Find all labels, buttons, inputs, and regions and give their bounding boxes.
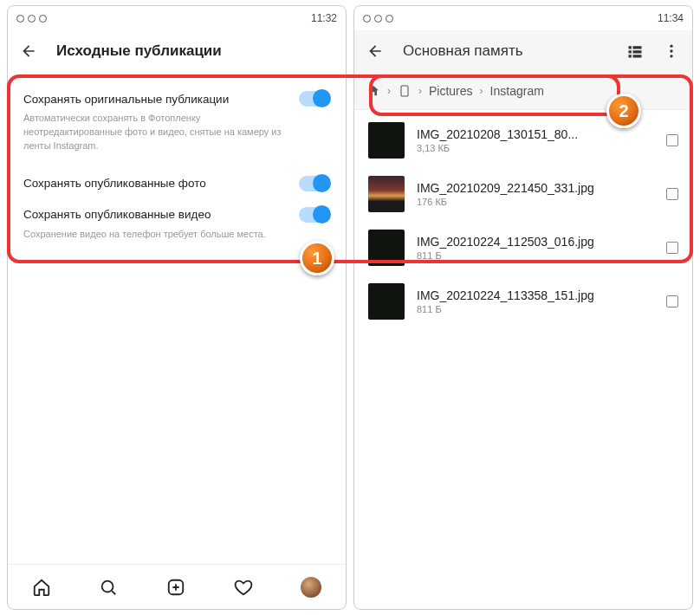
file-size: 811 Б (417, 250, 654, 261)
thumbnail (368, 176, 405, 212)
thumbnail (368, 230, 405, 266)
setting-label: Сохранять опубликованные фото (23, 177, 206, 190)
page-title: Исходные публикации (56, 42, 222, 60)
status-time: 11:32 (311, 12, 337, 24)
step-badge: 2 (606, 94, 641, 128)
status-indicators (16, 15, 47, 23)
app-bar: Исходные публикации (8, 30, 346, 72)
file-name: IMG_20210224_113358_151.jpg (417, 288, 654, 302)
back-arrow-icon[interactable] (366, 42, 384, 60)
svg-point-2 (670, 45, 672, 48)
more-vert-icon[interactable] (663, 42, 680, 60)
file-manager-screen: 11:34 Основная память › › Pictures › Ins… (353, 5, 693, 610)
status-bar: 11:34 (354, 6, 692, 30)
chevron-right-icon: › (387, 85, 391, 97)
file-row[interactable]: IMG_20210209_221450_331.jpg 176 КБ (354, 167, 692, 221)
file-name: IMG_20210208_130151_80... (417, 127, 654, 141)
setting-label: Сохранять оригинальные публикации (23, 93, 229, 106)
breadcrumb: › › Pictures › Instagram (354, 72, 692, 110)
home-icon[interactable] (366, 84, 380, 98)
setting-label: Сохранять опубликованные видео (23, 208, 211, 221)
checkbox[interactable] (666, 188, 678, 200)
app-bar: Основная память (354, 30, 692, 72)
setting-save-videos[interactable]: Сохранять опубликованные видео (23, 197, 330, 228)
toggle-on[interactable] (299, 91, 330, 107)
file-size: 176 КБ (417, 197, 654, 207)
toggle-on[interactable] (299, 207, 330, 223)
checkbox[interactable] (666, 242, 678, 254)
step-badge: 1 (300, 241, 334, 275)
checkbox[interactable] (666, 295, 678, 308)
page-title: Основная память (403, 42, 523, 60)
breadcrumb-item[interactable]: Instagram (490, 84, 544, 98)
svg-point-4 (670, 55, 672, 57)
status-indicators (363, 15, 393, 23)
storage-icon[interactable] (398, 84, 412, 98)
home-icon[interactable] (32, 578, 51, 597)
bottom-nav (8, 564, 346, 609)
file-row[interactable]: IMG_20210224_112503_016.jpg 811 Б (354, 221, 692, 275)
setting-save-original[interactable]: Сохранять оригинальные публикации (23, 81, 330, 112)
svg-rect-5 (401, 86, 408, 96)
toggle-on[interactable] (299, 176, 330, 191)
thumbnail (368, 283, 405, 320)
breadcrumb-item[interactable]: Pictures (429, 84, 473, 98)
checkbox[interactable] (666, 134, 678, 146)
file-row[interactable]: IMG_20210224_113358_151.jpg 811 Б (354, 275, 692, 328)
svg-point-0 (102, 580, 113, 592)
svg-point-3 (670, 49, 672, 52)
settings-list: Сохранять оригинальные публикации Автома… (8, 72, 346, 254)
add-post-icon[interactable] (166, 578, 185, 597)
setting-description: Сохранение видео на телефон требует боль… (23, 228, 301, 254)
thumbnail (368, 122, 405, 159)
search-icon[interactable] (99, 578, 118, 597)
heart-icon[interactable] (234, 578, 253, 597)
file-row[interactable]: IMG_20210208_130151_80... 3,13 КБ (354, 113, 692, 167)
setting-description: Автоматически сохранять в Фотопленку нео… (23, 112, 301, 165)
instagram-settings-screen: 11:32 Исходные публикации Сохранять ориг… (7, 5, 347, 610)
setting-save-photos[interactable]: Сохранять опубликованные фото (23, 165, 330, 197)
chevron-right-icon: › (418, 85, 422, 97)
file-size: 3,13 КБ (417, 143, 654, 153)
file-size: 811 Б (417, 304, 654, 314)
file-name: IMG_20210209_221450_331.jpg (417, 181, 654, 195)
back-arrow-icon[interactable] (20, 42, 37, 60)
status-time: 11:34 (658, 12, 684, 24)
view-list-icon[interactable] (626, 42, 644, 60)
file-name: IMG_20210224_112503_016.jpg (417, 235, 654, 249)
chevron-right-icon: › (480, 85, 483, 97)
profile-avatar[interactable] (301, 577, 321, 598)
status-bar: 11:32 (8, 6, 346, 30)
file-list: IMG_20210208_130151_80... 3,13 КБ IMG_20… (354, 110, 692, 332)
